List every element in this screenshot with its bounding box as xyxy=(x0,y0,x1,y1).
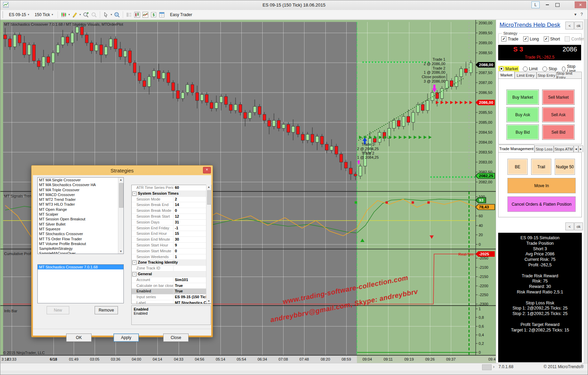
sell-ask-button[interactable]: Sell Ask xyxy=(542,107,575,122)
buy-market-button[interactable]: Buy Market xyxy=(506,89,539,105)
strategy-list-item[interactable]: MT MT3 HILO Trader xyxy=(38,202,123,207)
property-row[interactable]: Session Start Hour9 xyxy=(132,243,211,249)
buy-bid-button[interactable]: Buy Bid xyxy=(506,124,539,140)
checkbox-long[interactable]: ✓Long xyxy=(523,36,539,41)
strategy-list-item[interactable]: MT MACD Crossover xyxy=(38,192,123,197)
strategy-list-item[interactable]: MT MA Single Crossover xyxy=(38,178,123,182)
checkbox-box[interactable]: ✓ xyxy=(523,36,528,41)
configured-strategy-item[interactable]: MT Stochastics Crossover 7.0.1.68 xyxy=(38,265,123,269)
property-group-row[interactable]: −System Session Times xyxy=(132,191,211,197)
copyright-label: © 2011 MicroTrends® xyxy=(544,364,584,369)
svg-text:2082,25: 2082,25 xyxy=(479,174,493,178)
radio-stop[interactable]: Stop xyxy=(541,66,558,72)
property-row[interactable]: Session Break Start12 xyxy=(132,214,211,220)
strategy-list-item[interactable]: MT Squeeze xyxy=(38,227,123,231)
tab-trade-management[interactable]: Trade Management xyxy=(498,145,535,153)
tab-stop-loss[interactable]: Stop Loss xyxy=(535,145,554,152)
apply-button[interactable]: Apply xyxy=(113,334,139,342)
tab-stop-limit-entry[interactable]: Stop limit Entry xyxy=(556,72,582,78)
strategy-list-item[interactable]: MT MA Stochastics Crossover HA xyxy=(38,182,123,187)
checkbox-confirm[interactable]: Confirm xyxy=(565,36,586,41)
trail-button[interactable]: Trail xyxy=(531,159,551,175)
strategy-list-item[interactable]: MT Volume Profile Breakout xyxy=(38,241,123,246)
position-price: 2086 xyxy=(563,46,577,53)
radio-limit[interactable]: Limit xyxy=(522,66,539,72)
property-row[interactable]: ATR Time Series Peric60 xyxy=(132,185,211,191)
property-row[interactable]: Input seriesES 09-15 (150 Tick) xyxy=(132,294,211,300)
strategy-list-item[interactable]: MT Stochastics Crossover xyxy=(38,231,123,236)
svg-text:2089,50: 2089,50 xyxy=(479,31,492,35)
checkbox-trade[interactable]: ✓Trade xyxy=(501,36,518,41)
property-row[interactable]: Session Start Minute0 xyxy=(132,249,211,254)
svg-text:2083,00: 2083,00 xyxy=(479,160,492,164)
strategy-list-item[interactable]: MT TS Order Flow Trader xyxy=(38,237,123,241)
strategy-property-grid[interactable]: ATR Time Series Peric60−System Session T… xyxy=(131,185,212,304)
panel-scrollbar[interactable] xyxy=(584,20,588,363)
property-group-row[interactable]: −General xyxy=(132,271,211,277)
property-row[interactable]: EnabledTrue xyxy=(132,289,211,294)
checkbox-box[interactable]: ✓ xyxy=(501,36,506,41)
tab-scroll-left-icon[interactable]: ◀ xyxy=(574,145,578,152)
strategy-list-item[interactable]: MT Open Range xyxy=(38,207,123,212)
property-row[interactable]: LabelMT Stochastics Crosso xyxy=(132,300,211,304)
property-row[interactable]: Session Days31 xyxy=(132,220,211,226)
ok-button[interactable]: OK xyxy=(66,334,92,342)
info-line: ES 09-15 Simulation xyxy=(498,235,582,241)
close-dialog-button[interactable]: Close xyxy=(163,334,189,342)
tab-stops-atm[interactable]: Stops ATM xyxy=(554,145,574,152)
strategy-list-item[interactable]: MT MA Triple Crossover xyxy=(38,188,123,192)
remove-button[interactable]: Remove xyxy=(95,306,118,314)
available-strategies-list[interactable]: MT MA Single CrossoverMT MA Stochastics … xyxy=(37,177,124,254)
sell-market-button[interactable]: Sell Market xyxy=(542,89,575,105)
property-row[interactable]: Calculate on bar closeTrue xyxy=(132,283,211,289)
strategy-list-item[interactable]: MT MT2 Trend Trader xyxy=(38,197,123,202)
strategy-list-item[interactable]: MT Scalper xyxy=(38,212,123,217)
property-row[interactable]: Session Break End14 xyxy=(132,202,211,208)
move-in-button[interactable]: Move In xyxy=(507,178,576,193)
svg-text:6/18: 6/18 xyxy=(50,357,57,361)
nudge-50-button[interactable]: Nudge 50 xyxy=(555,159,575,175)
property-row[interactable]: Session End Friday-1 xyxy=(132,226,211,231)
svg-text:2087,50: 2087,50 xyxy=(479,71,492,75)
property-row[interactable]: Session End Hour15 xyxy=(132,231,211,237)
property-row[interactable]: Session Weekends1 xyxy=(132,254,211,260)
tab-stop-entry[interactable]: Stop Entry xyxy=(537,72,556,78)
checkbox-short[interactable]: ✓Short xyxy=(544,36,560,41)
be-button[interactable]: BE xyxy=(507,159,528,175)
new-button[interactable]: New xyxy=(47,306,69,314)
scrollbar-thumb[interactable] xyxy=(482,364,492,370)
window-bottom-edge xyxy=(0,371,588,375)
tab-scroll-right-icon[interactable]: ▶ xyxy=(578,145,583,152)
property-group-row[interactable]: −Zone Tracking Identity xyxy=(132,260,211,266)
panel-back-button[interactable]: < xyxy=(565,22,574,29)
tab-limit-entry[interactable]: Limit Entry xyxy=(515,72,537,78)
panel-ok-button[interactable]: ok xyxy=(574,22,583,29)
list-scrollbar[interactable]: ▲▼ xyxy=(118,178,123,254)
panel-back-button-2[interactable]: < xyxy=(565,222,574,230)
checkbox-box[interactable] xyxy=(565,36,570,41)
panel-ok-button-2[interactable]: ok xyxy=(574,222,583,230)
buy-ask-button[interactable]: Buy Ask xyxy=(506,107,539,122)
svg-text:09:37: 09:37 xyxy=(446,357,456,361)
dialog-close-icon[interactable]: × xyxy=(203,167,211,173)
strategy-list-item[interactable]: SampleMACrossOver xyxy=(38,251,123,254)
property-row[interactable]: Session Break Mode0 xyxy=(132,208,211,214)
property-row[interactable]: Zone Track ID xyxy=(132,266,211,271)
tab-market[interactable]: Market xyxy=(498,71,515,79)
strategy-list-item[interactable]: MT Session Open Breakout xyxy=(38,217,123,221)
strategy-list-item[interactable]: SampleAtmStrategy xyxy=(38,246,123,251)
svg-text:09:11: 09:11 xyxy=(384,357,393,361)
configured-strategies-list[interactable]: MT Stochastics Crossover 7.0.1.68 xyxy=(37,264,124,303)
property-row[interactable]: AccountSim101 xyxy=(132,277,211,283)
grid-scrollbar[interactable]: ▲▼ xyxy=(206,185,211,303)
strategy-list-item[interactable]: MT Silver Bullet xyxy=(38,222,123,227)
sell-bid-button[interactable]: Sell Bid xyxy=(542,124,575,140)
property-row[interactable]: Session Mode2 xyxy=(132,197,211,203)
axis-price-box: 78,43 xyxy=(476,204,495,210)
checkbox-box[interactable]: ✓ xyxy=(544,36,549,41)
cancel-flatten-button[interactable]: Cancel Orders & Flatten Position xyxy=(507,196,576,212)
property-row[interactable]: Session End Minute30 xyxy=(132,237,211,243)
scroll-right-arrow[interactable]: › xyxy=(493,364,494,369)
svg-text:01:49: 01:49 xyxy=(69,357,79,361)
help-desk-link[interactable]: MicroTrends Help Desk xyxy=(500,22,560,28)
